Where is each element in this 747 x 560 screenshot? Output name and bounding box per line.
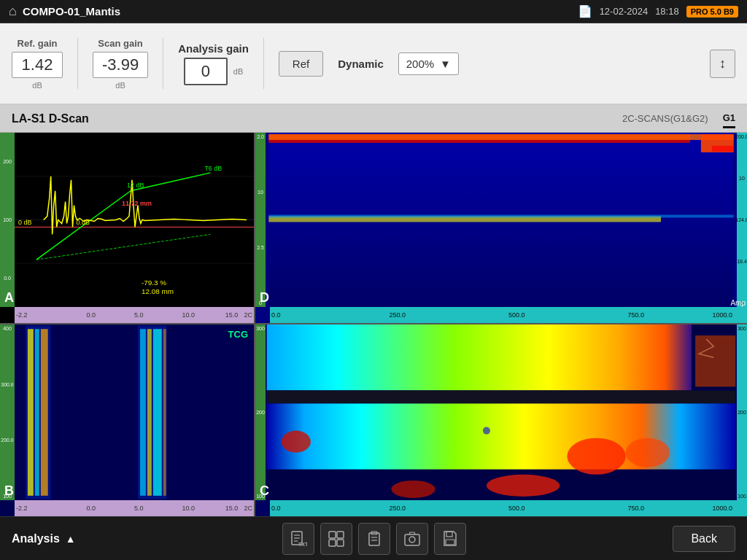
svg-text:-79.3 %: -79.3 % — [142, 279, 166, 287]
ascan-waveform: 0 dB 0.dB 12 dB T6 dB 11.72 mm -79.3 % 1… — [15, 133, 254, 307]
dynamic-value: 200% — [406, 58, 434, 70]
bottom-toolbar: Analysis ▲ TXT — [0, 516, 747, 560]
analysis-gain-label: Analysis gain — [178, 42, 249, 55]
dscan-display — [266, 133, 737, 307]
analysis-gain-unit: dB — [233, 67, 243, 76]
panel-b: 400 300 200 100 TC — [0, 324, 254, 516]
scan-gain-label: Scan gain — [98, 38, 142, 49]
panel-a-label: A — [4, 290, 14, 306]
panel-b-label: B — [4, 483, 14, 499]
back-button[interactable]: Back — [673, 526, 735, 552]
svg-rect-51 — [329, 532, 336, 538]
svg-rect-18 — [35, 329, 39, 496]
chevron-down-icon: ▼ — [440, 58, 451, 70]
ref-button[interactable]: Ref — [279, 51, 323, 77]
main-content: 200 100 0.0 0 dB — [0, 133, 747, 516]
header-date: 12-02-2024 — [600, 6, 649, 17]
bscan-display — [15, 324, 254, 500]
gain-toolbar: Ref. gain 1.42 dB Scan gain -3.99 dB Ana… — [0, 23, 747, 105]
svg-text:T6 dB: T6 dB — [204, 165, 222, 172]
left-panels: 200 100 0.0 0 dB — [0, 133, 255, 516]
svg-text:0 dB: 0 dB — [18, 219, 31, 226]
cscan-display — [266, 324, 737, 500]
divider-3 — [263, 38, 264, 89]
panel-c: 300200100 300200100 — [255, 324, 747, 516]
scan-gain-value[interactable]: -3.99 — [93, 52, 148, 78]
panel-d: 200.010124.818.40 2.0102.50 — [255, 133, 747, 324]
dynamic-select[interactable]: 200% ▼ — [398, 52, 459, 75]
svg-point-38 — [567, 438, 625, 475]
svg-text:TXT: TXT — [298, 542, 307, 547]
svg-text:12.08 mm: 12.08 mm — [142, 287, 174, 295]
header-right: 📄 12-02-2024 18:18 PRO 5.0 B9 — [578, 4, 738, 18]
svg-rect-24 — [163, 329, 166, 496]
doc-icon: 📄 — [578, 4, 592, 18]
scan-gain-unit: dB — [115, 81, 125, 90]
scan-gain-group: Scan gain -3.99 dB — [93, 38, 148, 90]
clipboard-icon — [365, 530, 383, 548]
sort-button[interactable]: ↕ — [710, 50, 735, 78]
svg-rect-17 — [28, 329, 34, 496]
svg-rect-34 — [267, 390, 736, 403]
save-icon — [441, 530, 459, 548]
analysis-chevron-icon[interactable]: ▲ — [66, 533, 76, 545]
home-icon[interactable]: ⌂ — [9, 4, 17, 19]
panel-a-left-scale: 200 100 0.0 — [0, 133, 15, 307]
svg-rect-33 — [267, 324, 736, 390]
svg-point-44 — [483, 427, 490, 435]
analysis-gain-value[interactable]: 0 — [184, 58, 228, 85]
txt-button[interactable]: TXT — [282, 523, 314, 555]
tab-2c-scans[interactable]: 2C-SCANS(G1&G2) — [622, 110, 708, 127]
svg-rect-53 — [329, 540, 336, 546]
divider-1 — [77, 38, 78, 89]
ref-gain-unit: dB — [32, 81, 42, 90]
amp-label: Amp — [730, 299, 746, 307]
svg-rect-31 — [268, 215, 733, 218]
toolbar-icons: TXT — [282, 523, 466, 555]
analysis-label: Analysis — [12, 532, 60, 545]
scan-header: LA-S1 D-Scan 2C-SCANS(G1&G2) G1 — [0, 105, 747, 133]
ref-gain-value[interactable]: 1.42 — [12, 52, 63, 78]
scan-title: LA-S1 D-Scan — [12, 112, 89, 125]
svg-rect-29 — [712, 146, 734, 152]
layout-icon — [328, 530, 345, 548]
svg-rect-27 — [268, 134, 733, 140]
svg-rect-62 — [446, 540, 454, 545]
dynamic-label: Dynamic — [338, 58, 384, 70]
panel-a-scale-bottom: -2.2 0.0 5.0 10.0 15.0 2C — [15, 307, 254, 323]
scan-tabs: 2C-SCANS(G1&G2) G1 — [622, 109, 735, 128]
layout-button[interactable] — [320, 523, 352, 555]
tab-g1[interactable]: G1 — [723, 109, 735, 128]
ref-gain-group: Ref. gain 1.42 dB — [12, 38, 63, 90]
right-panels: 200.010124.818.40 2.0102.50 — [255, 133, 747, 516]
divider-2 — [163, 38, 163, 89]
panel-c-label: C — [260, 483, 269, 499]
svg-rect-54 — [337, 540, 344, 546]
svg-text:11.72 mm: 11.72 mm — [122, 200, 152, 207]
txt-icon: TXT — [290, 530, 307, 548]
svg-point-40 — [282, 431, 311, 453]
panel-b-tcg-label: TCG — [228, 329, 248, 340]
save-button[interactable] — [434, 523, 466, 555]
svg-text:12 dB: 12 dB — [127, 182, 144, 189]
panel-d-label: D — [260, 290, 269, 306]
header-time: 18:18 — [655, 6, 679, 17]
svg-point-42 — [391, 481, 435, 498]
svg-point-60 — [409, 537, 415, 542]
panel-a: 200 100 0.0 0 dB — [0, 133, 254, 324]
svg-rect-52 — [337, 532, 344, 538]
panel-b-scale-bottom: -2.2 0.0 5.0 10.0 15.0 2C — [15, 500, 254, 516]
camera-button[interactable] — [396, 523, 428, 555]
header-left: ⌂ COMPO-01_Mantis — [9, 4, 120, 19]
pro-badge: PRO 5.0 B9 — [686, 6, 738, 18]
panel-d-scale-bottom: 0.0 250.0 500.0 750.0 1000.0 — [270, 307, 747, 323]
svg-rect-61 — [446, 532, 452, 537]
app-title: COMPO-01_Mantis — [23, 5, 120, 18]
clipboard-button[interactable] — [358, 523, 390, 555]
header-bar: ⌂ COMPO-01_Mantis 📄 12-02-2024 18:18 PRO… — [0, 0, 747, 23]
ref-gain-label: Ref. gain — [18, 38, 58, 49]
svg-point-41 — [487, 475, 560, 497]
svg-text:0.dB: 0.dB — [76, 219, 89, 226]
panel-c-scale-bottom: 0.0 250.0 500.0 750.0 1000.0 — [270, 500, 747, 516]
svg-rect-23 — [153, 329, 162, 496]
